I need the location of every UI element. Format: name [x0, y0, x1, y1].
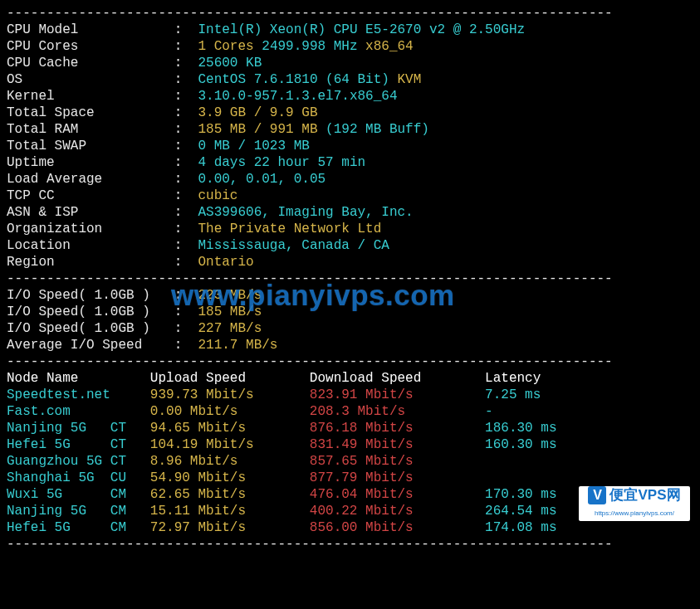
io-speed-row: I/O Speed( 1.0GB ) : 185 MB/s: [7, 304, 693, 320]
field-label: TCP CC: [7, 188, 158, 203]
download-speed: 400.22 Mbit/s: [310, 504, 485, 519]
logo-chinese-text: 便宜VPS网: [609, 487, 680, 504]
field-value-segment: The Private Network Ltd: [198, 222, 381, 236]
download-speed: 876.18 Mbit/s: [310, 421, 485, 436]
sysinfo-row: Organization : The Private Network Ltd: [7, 221, 693, 237]
node-name: Hefei 5G CT: [7, 437, 150, 452]
field-value-segment: AS399606, Imaging Bay, Inc.: [198, 205, 413, 220]
node-name: Guangzhou 5G CT: [7, 454, 150, 469]
sysinfo-row: Kernel : 3.10.0-957.1.3.el7.x86_64: [7, 88, 693, 105]
field-value-segment: 227 MB/s: [198, 321, 262, 336]
divider-line: ----------------------------------------…: [7, 353, 693, 370]
io-speed-row: I/O Speed( 1.0GB ) : 223 MB/s: [7, 287, 693, 304]
field-label: CPU Model: [7, 22, 158, 37]
field-value-segment: 0 MB / 1023 MB: [198, 139, 309, 153]
node-name: Speedtest.net: [7, 387, 150, 402]
field-value-segment: KVM: [398, 72, 422, 87]
speedtest-row: Hefei 5G CM 72.97 Mbit/s 856.00 Mbit/s 1…: [7, 519, 693, 536]
sysinfo-row: Region : Ontario: [7, 254, 693, 270]
field-label: ASN & ISP: [7, 205, 158, 220]
sysinfo-row: CPU Model : Intel(R) Xeon(R) CPU E5-2670…: [7, 22, 693, 38]
field-label: CPU Cores: [7, 39, 158, 54]
sysinfo-row: TCP CC : cubic: [7, 188, 693, 204]
download-speed: 856.00 Mbit/s: [310, 520, 485, 535]
speedtest-row: Nanjing 5G CT 94.65 Mbit/s 876.18 Mbit/s…: [7, 420, 693, 436]
latency-value: 264.54 ms: [485, 504, 556, 519]
download-speed: 823.91 Mbit/s: [310, 387, 485, 402]
field-label: OS: [7, 72, 158, 87]
sysinfo-row: CPU Cores : 1 Cores 2499.998 MHz x86_64: [7, 38, 693, 55]
field-value-segment: Intel(R) Xeon(R) CPU E5-2670 v2 @ 2.50GH…: [198, 22, 525, 37]
field-value-segment: 3.9 GB / 9.9 GB: [198, 105, 317, 120]
field-value-segment: 3.10.0-957.1.3.el7.x86_64: [198, 89, 397, 104]
upload-speed: 72.97 Mbit/s: [150, 520, 310, 535]
divider-line: ----------------------------------------…: [7, 536, 693, 553]
latency-value: 174.08 ms: [485, 520, 556, 535]
field-value-segment: 185 MB/s: [198, 304, 262, 319]
field-value-segment: Ontario: [198, 255, 253, 270]
upload-speed: 0.00 Mbit/s: [150, 404, 310, 419]
field-value-segment: 1 Cores: [198, 39, 253, 54]
node-name: Shanghai 5G CU: [7, 470, 150, 485]
logo-v-icon: V: [588, 486, 606, 504]
upload-speed: 104.19 Mbit/s: [150, 437, 310, 452]
field-value-segment: 211.7 MB/s: [198, 338, 277, 353]
sysinfo-row: OS : CentOS 7.6.1810 (64 Bit) KVM: [7, 71, 693, 88]
field-value-segment: 4 days 22 hour 57 min: [198, 155, 365, 170]
field-value-segment: 25600 KB: [198, 56, 262, 71]
logo-url-text: https://www.pianyivps.com/: [595, 505, 674, 522]
speedtest-row: Shanghai 5G CU 54.90 Mbit/s 877.79 Mbit/…: [7, 470, 693, 486]
node-name: Hefei 5G CM: [7, 520, 150, 535]
field-label: Total RAM: [7, 122, 158, 137]
download-speed: 208.3 Mbit/s: [310, 404, 485, 419]
speedtest-row: Hefei 5G CT 104.19 Mbit/s 831.49 Mbit/s …: [7, 436, 693, 453]
field-label: Kernel: [7, 89, 158, 104]
field-value-segment: Mississauga, Canada / CA: [198, 238, 389, 253]
sysinfo-row: CPU Cache : 25600 KB: [7, 55, 693, 71]
sysinfo-row: Location : Mississauga, Canada / CA: [7, 237, 693, 254]
io-speed-row: Average I/O Speed : 211.7 MB/s: [7, 337, 693, 353]
upload-speed: 54.90 Mbit/s: [150, 470, 310, 485]
upload-speed: 15.11 Mbit/s: [150, 504, 310, 519]
field-label: I/O Speed( 1.0GB ): [7, 304, 158, 319]
field-label: Load Average: [7, 172, 158, 187]
speedtest-row: Fast.com 0.00 Mbit/s 208.3 Mbit/s -: [7, 403, 693, 420]
download-speed: 877.79 Mbit/s: [310, 470, 485, 485]
node-name: Nanjing 5G CT: [7, 421, 150, 436]
sysinfo-row: Total SWAP : 0 MB / 1023 MB: [7, 138, 693, 154]
sysinfo-row: Uptime : 4 days 22 hour 57 min: [7, 154, 693, 171]
upload-speed: 62.65 Mbit/s: [150, 487, 310, 502]
field-label: Total Space: [7, 105, 158, 120]
upload-speed: 94.65 Mbit/s: [150, 421, 310, 436]
io-speed-row: I/O Speed( 1.0GB ) : 227 MB/s: [7, 320, 693, 337]
speedtest-row: Guangzhou 5G CT 8.96 Mbit/s 857.65 Mbit/…: [7, 453, 693, 470]
field-label: Region: [7, 255, 158, 270]
node-name: Wuxi 5G CM: [7, 487, 150, 502]
latency-value: 186.30 ms: [485, 421, 556, 436]
field-value-segment: 223 MB/s: [198, 288, 262, 303]
site-logo-badge: V 便宜VPS网 https://www.pianyivps.com/: [579, 486, 690, 521]
field-value-segment: 185 MB / 991 MB: [198, 122, 317, 137]
field-value-segment: CentOS 7.6.1810 (64 Bit): [198, 72, 397, 87]
node-name: Fast.com: [7, 404, 150, 419]
latency-value: 170.30 ms: [485, 487, 556, 502]
latency-value: 160.30 ms: [485, 437, 556, 452]
field-label: Location: [7, 238, 158, 253]
download-speed: 831.49 Mbit/s: [310, 437, 485, 452]
terminal-output: ----------------------------------------…: [0, 0, 700, 558]
field-label: Organization: [7, 222, 158, 236]
sysinfo-row: ASN & ISP : AS399606, Imaging Bay, Inc.: [7, 204, 693, 221]
divider-line: ----------------------------------------…: [7, 5, 693, 22]
speedtest-row: Speedtest.net 939.73 Mbit/s 823.91 Mbit/…: [7, 387, 693, 403]
field-value-segment: cubic: [198, 188, 237, 203]
speedtest-header: Node Name Upload Speed Download Speed La…: [7, 370, 693, 387]
sysinfo-row: Total RAM : 185 MB / 991 MB (192 MB Buff…: [7, 121, 693, 138]
upload-speed: 8.96 Mbit/s: [150, 454, 310, 469]
divider-line: ----------------------------------------…: [7, 270, 693, 287]
field-label: Average I/O Speed: [7, 338, 158, 353]
field-label: I/O Speed( 1.0GB ): [7, 321, 158, 336]
sysinfo-row: Load Average : 0.00, 0.01, 0.05: [7, 171, 693, 188]
sysinfo-row: Total Space : 3.9 GB / 9.9 GB: [7, 105, 693, 121]
latency-value: 7.25 ms: [485, 387, 541, 402]
field-value-segment: x86_64: [365, 39, 414, 54]
